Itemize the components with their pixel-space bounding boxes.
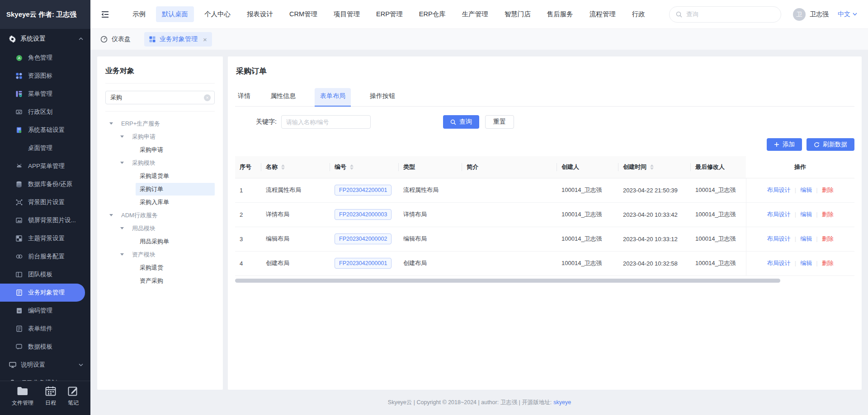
nav-item-personal-center[interactable]: 个人中心 — [198, 6, 236, 22]
scrollbar-thumb[interactable] — [235, 279, 780, 283]
tree-node[interactable]: 采购模块 — [105, 156, 215, 169]
tree-search-input[interactable] — [105, 91, 215, 104]
sidebar-item-menu-manage[interactable]: 菜单管理 — [0, 85, 90, 103]
nav-item-after-sales[interactable]: 售后服务 — [541, 6, 579, 22]
tree-node[interactable]: ADM行政服务 — [105, 209, 215, 222]
sidebar-item-team-template[interactable]: 团队模板 — [0, 266, 90, 284]
caret-down-icon[interactable] — [109, 214, 113, 216]
dock-item-file-manage[interactable]: 文件管理 — [12, 386, 33, 407]
tree-node[interactable]: 资产模块 — [105, 248, 215, 261]
user-menu[interactable]: 卫 卫志强 — [793, 8, 829, 21]
sidebar-group-system-settings[interactable]: 系统设置 — [0, 29, 90, 49]
global-search-input[interactable] — [686, 11, 774, 18]
sidebar-item-app-menu[interactable]: APP菜单管理 — [0, 157, 90, 175]
sidebar-item-frontend-config[interactable]: 前台服务配置 — [0, 247, 90, 266]
sort-icon[interactable] — [281, 164, 285, 170]
tree-node[interactable]: 采购申请 — [105, 143, 215, 156]
nav-item-production[interactable]: 生产管理 — [456, 6, 494, 22]
nav-item-project[interactable]: 项目管理 — [328, 6, 366, 22]
edit-link[interactable]: 编辑 — [800, 187, 812, 193]
tree-node[interactable]: 采购退货单 — [105, 169, 215, 182]
caret-down-icon[interactable] — [120, 162, 124, 164]
keyword-input[interactable] — [281, 115, 371, 129]
sidebar-menu: A 角色管理 资源图标 菜单管理 行政区划 系统基础设置 桌面管理 APP菜单管… — [0, 49, 90, 381]
sidebar-group-label: 系统设置 — [20, 35, 79, 43]
sidebar-item-form-component[interactable]: 表单组件 — [0, 320, 90, 338]
skyeye-link[interactable]: skyeye — [553, 399, 571, 406]
search-button[interactable]: 查询 — [443, 115, 479, 129]
delete-link[interactable]: 删除 — [822, 260, 834, 266]
tab-form-layout[interactable]: 表单布局 — [315, 88, 351, 106]
edit-link[interactable]: 编辑 — [800, 211, 812, 218]
sidebar-item-business-object-manage[interactable]: 业务对象管理 — [0, 284, 85, 302]
tab-action-buttons[interactable]: 操作按钮 — [369, 88, 396, 106]
edit-link[interactable]: 编辑 — [800, 235, 812, 242]
tree-node[interactable]: 用品模块 — [105, 222, 215, 235]
nav-item-smart-store[interactable]: 智慧门店 — [499, 6, 537, 22]
edit-link[interactable]: 编辑 — [800, 260, 812, 266]
layout-design-link[interactable]: 布局设计 — [767, 211, 791, 218]
sort-icon[interactable] — [650, 164, 654, 170]
refresh-button[interactable]: 刷新数据 — [807, 138, 854, 151]
sidebar-item-region[interactable]: 行政区划 — [0, 103, 90, 121]
nav-item-erp-warehouse[interactable]: ERP仓库 — [413, 6, 452, 22]
tree-node[interactable]: ERP+生产服务 — [105, 117, 215, 130]
sidebar-item-code-manage[interactable]: w 编码管理 — [0, 302, 90, 320]
tree-node[interactable]: 采购申请 — [105, 130, 215, 143]
layout-design-link[interactable]: 布局设计 — [767, 260, 791, 266]
language-switcher[interactable]: 中文 — [838, 10, 857, 19]
sidebar-item-role-manage[interactable]: A 角色管理 — [0, 49, 90, 67]
sidebar-item-lockscreen-image[interactable]: 锁屏背景图片设... — [0, 211, 90, 229]
sort-icon[interactable] — [350, 164, 354, 170]
sidebar-item-data-template[interactable]: 数据模板 — [0, 338, 90, 356]
delete-link[interactable]: 删除 — [822, 211, 834, 218]
tree-node-selected[interactable]: 采购订单 — [105, 182, 215, 196]
add-button[interactable]: 添加 — [767, 138, 802, 151]
tab-business-object-manage[interactable]: 业务对象管理 × — [144, 32, 212, 47]
layout-design-link[interactable]: 布局设计 — [767, 187, 791, 193]
tab-detail[interactable]: 详情 — [237, 88, 251, 106]
col-name[interactable]: 名称 — [261, 156, 330, 178]
col-created-at[interactable]: 创建时间 — [618, 156, 691, 178]
nav-item-erp[interactable]: ERP管理 — [370, 6, 409, 22]
dock-item-notes[interactable]: 笔记 — [68, 386, 79, 407]
chevron-down-icon — [79, 364, 83, 366]
sidebar-item-resource-icons[interactable]: 资源图标 — [0, 67, 90, 85]
caret-down-icon[interactable] — [120, 253, 124, 256]
sidebar-collapse-icon[interactable] — [100, 10, 109, 19]
close-tab-icon[interactable]: × — [203, 36, 207, 43]
tree-node[interactable]: 用品采购单 — [105, 235, 215, 248]
nav-item-default-desktop[interactable]: 默认桌面 — [156, 6, 194, 22]
purchase-order-panel: 采购订单 详情 属性信息 表单布局 操作按钮 关键字: 查询 重 — [228, 56, 862, 390]
caret-down-icon[interactable] — [109, 122, 113, 125]
delete-link[interactable]: 删除 — [822, 187, 834, 193]
tree-node[interactable]: 采购入库单 — [105, 196, 215, 209]
sidebar-group-project-business-plan[interactable]: 项目业务规划 — [0, 374, 90, 381]
clear-search-icon[interactable]: × — [204, 94, 211, 101]
tree-node[interactable]: 采购退货 — [105, 261, 215, 274]
sidebar-item-db-backup[interactable]: 数据库备份/还原 — [0, 175, 90, 193]
sidebar-item-background-image[interactable]: 背景图片设置 — [0, 193, 90, 211]
reset-button[interactable]: 重置 — [485, 115, 514, 129]
tree-node[interactable]: 资产采购 — [105, 274, 215, 287]
sidebar-item-theme-background[interactable]: 主题背景设置 — [0, 229, 90, 247]
tab-attribute-info[interactable]: 属性信息 — [269, 88, 297, 106]
nav-item-workflow[interactable]: 流程管理 — [584, 6, 622, 22]
layout-design-link[interactable]: 布局设计 — [767, 235, 791, 242]
code-badge: FP2023042000002 — [335, 233, 392, 244]
nav-item-administration[interactable]: 行政 — [626, 6, 651, 22]
col-code[interactable]: 编号 — [330, 156, 399, 178]
nav-item-example[interactable]: 示例 — [127, 6, 151, 22]
delete-link[interactable]: 删除 — [822, 235, 834, 242]
sidebar-item-system-base-settings[interactable]: 系统基础设置 — [0, 121, 90, 139]
username: 卫志强 — [810, 10, 829, 19]
tab-dashboard[interactable]: 仪表盘 — [100, 35, 131, 43]
dock-item-schedule[interactable]: 日程 — [45, 386, 56, 407]
caret-down-icon[interactable] — [120, 135, 124, 138]
sidebar-group-description-settings[interactable]: 说明设置 — [0, 356, 90, 374]
sidebar-item-desktop-manage[interactable]: 桌面管理 — [0, 139, 90, 157]
avatar: 卫 — [793, 8, 806, 21]
nav-item-crm[interactable]: CRM管理 — [283, 6, 323, 22]
nav-item-report-design[interactable]: 报表设计 — [241, 6, 279, 22]
caret-down-icon[interactable] — [120, 227, 124, 229]
